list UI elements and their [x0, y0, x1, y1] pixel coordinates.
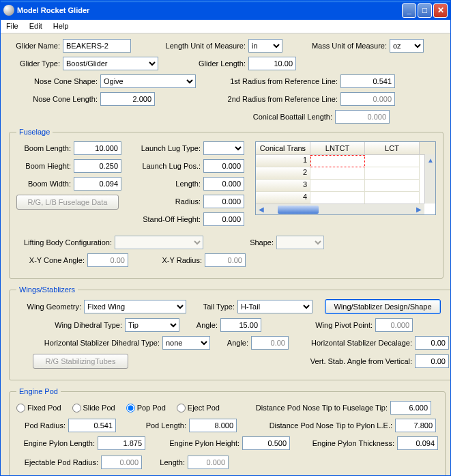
- dpnpl-input[interactable]: [395, 419, 436, 432]
- hsd-label: Horizontal Stablizer Dihedral Type:: [16, 339, 160, 347]
- grid-row-3[interactable]: 3: [256, 180, 310, 192]
- tt-select[interactable]: H-Tail: [237, 300, 312, 313]
- epr-input[interactable]: [101, 456, 142, 469]
- grid-row-1[interactable]: 1: [256, 155, 310, 167]
- content: Glider Name: Length Unit of Measure: in …: [1, 33, 450, 475]
- wd-type-select[interactable]: Tip: [125, 318, 179, 332]
- eject-pod-radio[interactable]: Eject Pod: [177, 404, 220, 412]
- hsd-ang-label: Angle:: [221, 339, 248, 347]
- pod-len-input[interactable]: [189, 419, 237, 432]
- menubar: File Edit Help: [1, 20, 450, 33]
- ept-label: Engine Pylon Thickness:: [306, 439, 394, 447]
- grid-col-lct[interactable]: LCT: [365, 142, 420, 154]
- scroll-left-icon[interactable]: ◀: [256, 204, 267, 215]
- dpnft-input[interactable]: [390, 401, 431, 415]
- glider-name-input[interactable]: [63, 39, 131, 53]
- shape-select[interactable]: [276, 236, 324, 249]
- pop-pod-radio[interactable]: Pop Pod: [126, 404, 166, 412]
- r1-input[interactable]: [340, 74, 395, 88]
- grid-row-2[interactable]: 2: [256, 167, 310, 180]
- standoff-label: Stand-Off Hieght:: [132, 215, 201, 223]
- lug-pos-input[interactable]: [203, 159, 244, 173]
- pod-len-label: Pod Length:: [139, 421, 186, 430]
- xyr-label: X-Y Radius:: [154, 256, 202, 264]
- maximize-button[interactable]: □: [418, 3, 432, 18]
- scroll-up-icon[interactable]: ▲: [425, 154, 436, 165]
- vsav-label: Vert. Stab. Angle from Vertical:: [293, 357, 412, 365]
- lug-rad-input[interactable]: [203, 195, 244, 208]
- lbc-label: Lifting Body Configuration:: [16, 238, 112, 247]
- boom-w-input[interactable]: [74, 177, 121, 191]
- boom-len-input[interactable]: [74, 141, 121, 155]
- grid-col-lntct[interactable]: LNTCT: [310, 142, 365, 154]
- eph-input[interactable]: [242, 436, 290, 450]
- length-unit-select[interactable]: in: [248, 39, 282, 53]
- menu-file[interactable]: File: [1, 20, 24, 33]
- epl-input[interactable]: [98, 436, 145, 450]
- hscroll-thumb[interactable]: [278, 206, 319, 214]
- nose-len-input[interactable]: [100, 92, 155, 106]
- glider-length-label: Glider Length:: [177, 59, 246, 68]
- xyca-input[interactable]: [87, 253, 128, 267]
- hsd-type-select[interactable]: none: [162, 336, 210, 350]
- grid-vscroll[interactable]: ▲: [424, 154, 435, 204]
- boom-h-input[interactable]: [74, 159, 121, 173]
- app-window: Model Rocket Glider _ □ ✕ File Edit Help…: [0, 0, 451, 476]
- eph-label: Engine Pylon Height:: [161, 439, 239, 447]
- r2-input[interactable]: [340, 92, 395, 106]
- pod-rad-input[interactable]: [68, 419, 116, 432]
- wings-legend: Wings/Stablizers: [16, 285, 78, 294]
- dpnft-label: Distance Pod Nose Tip to Fuselage Tip:: [237, 404, 388, 412]
- grid-row-4[interactable]: 4: [256, 192, 310, 204]
- app-icon: [3, 5, 14, 16]
- wing-design-button[interactable]: Wing/Stablizer Design/Shape: [325, 299, 441, 314]
- hsd-ang-input[interactable]: [251, 336, 289, 350]
- lbc-select[interactable]: [115, 236, 203, 249]
- slide-pod-radio[interactable]: Slide Pod: [72, 404, 115, 412]
- glider-length-input[interactable]: [248, 57, 296, 70]
- engine-group: Engine Pod Fixed Pod Slide Pod Pop Pod E…: [9, 387, 446, 475]
- mass-unit-select[interactable]: oz: [390, 39, 424, 53]
- vsav-input[interactable]: [415, 354, 449, 368]
- nose-shape-select[interactable]: Ogive: [100, 74, 196, 88]
- minimize-button[interactable]: _: [402, 3, 416, 18]
- titlebar: Model Rocket Glider _ □ ✕: [1, 1, 450, 20]
- wd-label: Wing Dihedral Type:: [16, 321, 122, 329]
- pod-rad-label: Pod Radius:: [16, 421, 66, 430]
- window-title: Model Rocket Glider: [17, 6, 402, 14]
- boom-w-label: Boom Width:: [16, 180, 71, 188]
- hsd-dec-input[interactable]: [415, 336, 449, 350]
- lug-type-select[interactable]: [203, 141, 244, 155]
- xyr-input[interactable]: [205, 253, 246, 267]
- engine-legend: Engine Pod: [16, 387, 61, 395]
- menu-edit[interactable]: Edit: [24, 20, 48, 33]
- ept-input[interactable]: [397, 436, 438, 450]
- epr-len-input[interactable]: [188, 456, 229, 469]
- standoff-input[interactable]: [203, 212, 244, 226]
- mass-unit-label: Mass Unit of Measure:: [305, 42, 387, 50]
- wd-ang-input[interactable]: [220, 318, 261, 332]
- rglb-fuselage-button[interactable]: R/G, L/B Fuselage Data: [16, 195, 119, 210]
- shape-label: Shape:: [243, 238, 274, 247]
- glider-name-label: Glider Name:: [9, 42, 60, 50]
- cbt-input[interactable]: [335, 110, 390, 124]
- menu-help[interactable]: Help: [48, 20, 74, 33]
- glider-type-select[interactable]: Boost/Glider: [63, 57, 158, 70]
- tt-label: Tail Type:: [197, 303, 235, 311]
- nose-len-label: Nose Cone Length:: [9, 95, 98, 103]
- glider-type-label: Glider Type:: [9, 59, 60, 68]
- wings-group: Wings/Stablizers Wing Geometry: Fixed Wi…: [9, 285, 450, 380]
- wpp-input[interactable]: [375, 318, 413, 332]
- grid-hscroll[interactable]: ◀▶: [256, 204, 424, 214]
- wg-select[interactable]: Fixed Wing: [84, 300, 186, 313]
- epl-label: Engine Pylon Length:: [16, 439, 95, 447]
- boom-h-label: Boom Hieght:: [16, 162, 71, 170]
- grid-col-conical[interactable]: Conical Trans: [256, 142, 310, 154]
- conical-trans-grid[interactable]: Conical Trans LNTCT LCT 1 2 3 4 ▲ ◀▶: [255, 141, 436, 215]
- lug-len-input[interactable]: [203, 177, 244, 191]
- fixed-pod-radio[interactable]: Fixed Pod: [16, 404, 61, 412]
- scroll-right-icon[interactable]: ▶: [413, 204, 424, 215]
- close-button[interactable]: ✕: [433, 3, 448, 18]
- lug-pos-label: Launch Lug Pos.:: [132, 162, 201, 170]
- rg-stabilizing-tubes-button[interactable]: R/G StabilizingTubes: [33, 354, 128, 369]
